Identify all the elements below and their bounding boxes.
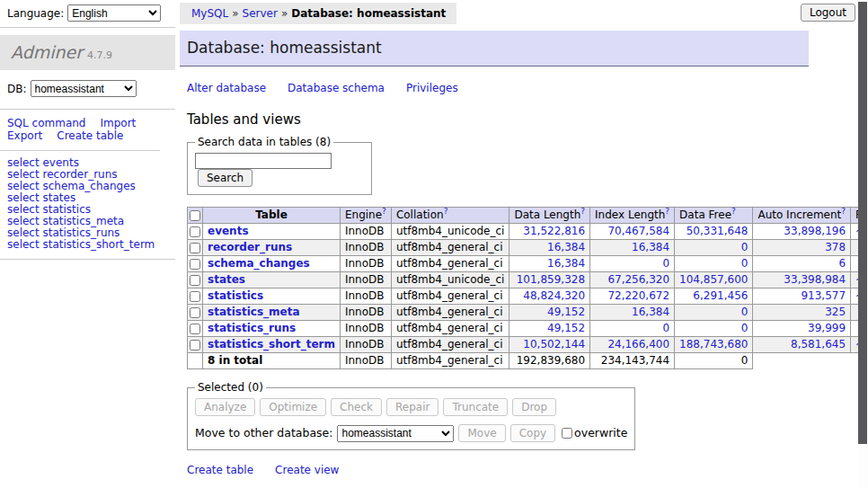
index-length-link[interactable]: 0 [662, 322, 669, 334]
sidebar-table-link[interactable]: statistics [42, 203, 91, 216]
auto-increment-link[interactable]: 325 [825, 306, 846, 318]
row-checkbox[interactable] [190, 275, 200, 286]
data-free-link[interactable]: 6,291,456 [693, 289, 748, 302]
auto-increment-link[interactable]: 39,999 [808, 322, 846, 334]
bulk-action-button[interactable]: Optimize [260, 398, 326, 416]
db-select[interactable]: homeassistant [31, 80, 137, 97]
sidebar-select-link[interactable]: select [7, 203, 40, 216]
overwrite-checkbox[interactable] [562, 428, 572, 439]
move-button[interactable]: Move [458, 424, 505, 442]
bulk-action-button[interactable]: Truncate [443, 398, 508, 416]
database-nav-link[interactable]: Alter database [187, 82, 266, 94]
sidebar-select-link[interactable]: select [7, 191, 40, 204]
table-name-link[interactable]: statistics_meta [208, 306, 300, 318]
index-length-link[interactable]: 0 [662, 257, 669, 270]
search-button[interactable]: Search [198, 169, 252, 187]
data-free-link[interactable]: 188,743,680 [679, 338, 748, 350]
data-length-link[interactable]: 10,502,144 [523, 338, 585, 350]
data-free-link[interactable]: 0 [741, 257, 748, 270]
index-length-link[interactable]: 67,256,320 [607, 273, 669, 286]
table-name-link[interactable]: schema_changes [208, 257, 310, 270]
sidebar-action-link[interactable]: Import [100, 117, 136, 129]
help-icon[interactable]: ? [731, 207, 736, 216]
auto-increment-link[interactable]: 378 [825, 241, 846, 253]
sidebar-select-link[interactable]: select [7, 168, 40, 181]
table-name-link[interactable]: recorder_runs [208, 241, 292, 253]
help-icon[interactable]: ? [841, 207, 846, 216]
sidebar-table-link[interactable]: statistics_meta [42, 215, 124, 227]
database-nav-link[interactable]: Database schema [288, 82, 385, 94]
data-free-link[interactable]: 0 [741, 322, 748, 334]
search-input[interactable] [195, 153, 332, 169]
sidebar-select-link[interactable]: select [7, 156, 40, 169]
scrollbar-thumb[interactable] [858, 2, 867, 444]
data-length-link[interactable]: 16,384 [547, 241, 585, 253]
table-name-link[interactable]: statistics_runs [208, 322, 296, 334]
sidebar-table-link[interactable]: recorder_runs [42, 168, 117, 181]
row-checkbox[interactable] [190, 324, 200, 334]
sidebar-select-link[interactable]: select [7, 238, 40, 251]
index-length-link[interactable]: 72,220,672 [607, 289, 669, 302]
page-title: Database: homeassistant [187, 39, 802, 57]
sidebar-table-link[interactable]: schema_changes [42, 180, 135, 192]
index-length-link[interactable]: 16,384 [632, 241, 669, 253]
row-checkbox[interactable] [190, 243, 200, 253]
data-free-link[interactable]: 50,331,648 [686, 225, 748, 237]
total-index-length-cell: 234,143,744 [590, 353, 675, 369]
help-icon[interactable]: ? [665, 207, 669, 216]
scrollbar[interactable] [858, 0, 868, 488]
data-free-link[interactable]: 104,857,600 [679, 273, 748, 286]
help-icon[interactable]: ? [580, 207, 585, 216]
data-length-link[interactable]: 31,522,816 [523, 225, 585, 237]
create-link[interactable]: Create table [187, 464, 253, 476]
data-length-link[interactable]: 101,859,328 [517, 273, 585, 286]
auto-increment-link[interactable]: 913,577 [801, 289, 846, 302]
bulk-action-button[interactable]: Repair [386, 398, 438, 416]
data-length-link[interactable]: 16,384 [547, 257, 585, 270]
data-free-link[interactable]: 0 [741, 241, 748, 253]
data-length-link[interactable]: 48,824,320 [523, 289, 585, 302]
language-select[interactable]: English [67, 4, 161, 22]
copy-button[interactable]: Copy [510, 424, 555, 442]
row-checkbox[interactable] [190, 259, 200, 270]
data-length-link[interactable]: 49,152 [547, 306, 585, 318]
auto-increment-cell: 33,398,984 [753, 272, 851, 288]
bulk-action-button[interactable]: Analyze [195, 398, 255, 416]
sidebar-table-link[interactable]: states [42, 191, 75, 204]
index-length-link[interactable]: 16,384 [632, 306, 669, 318]
sidebar-select-link[interactable]: select [7, 226, 40, 239]
sidebar-action-link[interactable]: Create table [57, 129, 123, 142]
row-checkbox[interactable] [190, 291, 200, 302]
sidebar-action-link[interactable]: SQL command [7, 117, 85, 129]
auto-increment-link[interactable]: 6 [838, 257, 846, 270]
table-name-link[interactable]: statistics [208, 289, 263, 302]
row-checkbox[interactable] [190, 226, 200, 237]
auto-increment-link[interactable]: 33,898,196 [784, 225, 846, 237]
column-header-data-length: Data Length? [509, 208, 590, 224]
move-db-select[interactable]: homeassistant [337, 425, 454, 442]
auto-increment-link[interactable]: 33,398,984 [784, 273, 846, 286]
index-length-link[interactable]: 70,467,584 [607, 225, 669, 237]
auto-increment-link[interactable]: 8,581,645 [791, 338, 846, 350]
table-name-link[interactable]: statistics_short_term [208, 338, 335, 350]
create-link[interactable]: Create view [275, 464, 339, 476]
bulk-action-button[interactable]: Drop [512, 398, 556, 416]
bulk-action-button[interactable]: Check [331, 398, 382, 416]
index-length-link[interactable]: 24,166,400 [607, 338, 669, 350]
row-checkbox[interactable] [190, 307, 200, 318]
database-nav-link[interactable]: Privileges [406, 82, 458, 94]
table-name-link[interactable]: events [208, 225, 249, 237]
sidebar-table-link[interactable]: events [42, 156, 78, 169]
sidebar-table-link[interactable]: statistics_runs [42, 226, 120, 239]
data-length-link[interactable]: 49,152 [547, 322, 585, 334]
row-checkbox[interactable] [190, 340, 200, 350]
sidebar-action-link[interactable]: Export [7, 129, 42, 142]
data-free-link[interactable]: 0 [741, 306, 748, 318]
select-all-checkbox[interactable] [190, 210, 200, 221]
help-icon[interactable]: ? [382, 207, 386, 216]
sidebar-select-link[interactable]: select [7, 215, 40, 227]
sidebar-select-link[interactable]: select [7, 180, 40, 192]
help-icon[interactable]: ? [444, 207, 448, 216]
table-name-link[interactable]: states [208, 273, 245, 286]
sidebar-table-link[interactable]: statistics_short_term [42, 238, 155, 251]
